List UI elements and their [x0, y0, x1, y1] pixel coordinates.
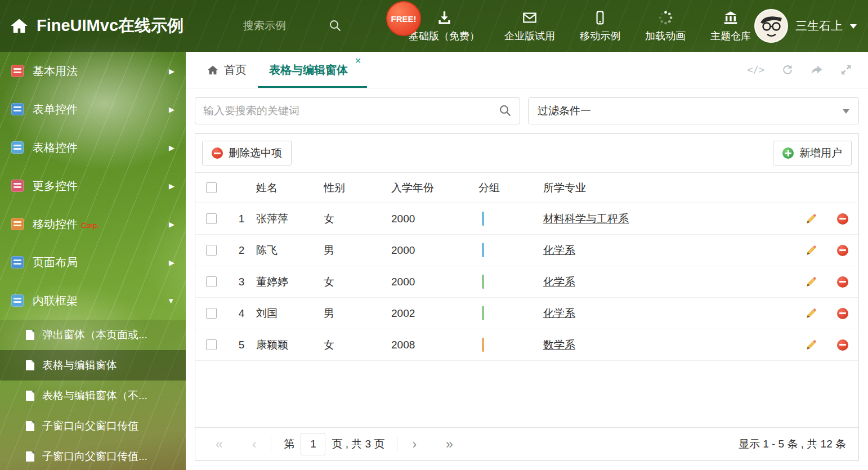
table-row: 3 董婷婷 女 2000 化学系	[195, 266, 858, 298]
tab-tools: </>	[747, 52, 868, 88]
menu-item-icon	[11, 103, 24, 115]
prev-page-button[interactable]: ‹	[238, 437, 271, 452]
last-page-button[interactable]: »	[431, 437, 468, 452]
tab-home[interactable]: 首页	[196, 52, 258, 88]
row-checkbox[interactable]	[206, 339, 217, 350]
sidebar-item[interactable]: 表格控件 ▶	[0, 128, 186, 167]
chevron-down-icon	[850, 24, 857, 32]
keyword-search-input[interactable]	[195, 105, 520, 117]
delete-button[interactable]	[827, 308, 858, 319]
edit-button[interactable]	[795, 339, 827, 351]
sidebar-subitem[interactable]: 弹出窗体（本页面或...	[0, 320, 186, 350]
row-checkbox[interactable]	[206, 213, 217, 224]
major-link[interactable]: 化学系	[543, 307, 575, 319]
page-number-input[interactable]	[301, 433, 325, 455]
major-link[interactable]: 材料科学与工程系	[543, 213, 629, 225]
edit-button[interactable]	[795, 276, 827, 288]
delete-button[interactable]	[827, 213, 858, 225]
download-icon	[437, 10, 452, 25]
app: FineUIMvc在线示例 FREE! 基础版（免费） 企业版试用	[0, 0, 868, 470]
sidebar-item[interactable]: 移动控件 Corp. ▶	[0, 205, 186, 243]
top-nav-item-loading[interactable]: 加载动画	[645, 10, 686, 43]
next-page-button[interactable]: ›	[397, 437, 431, 452]
tab-grid-edit-window[interactable]: 表格与编辑窗体	[258, 52, 367, 88]
top-nav-label: 移动示例	[580, 29, 620, 43]
row-checkbox[interactable]	[206, 276, 217, 287]
row-number: 2	[227, 244, 256, 257]
sidebar-subitem[interactable]: 子窗口向父窗口传值...	[0, 441, 186, 470]
sidebar-subitem-label: 弹出窗体（本页面或...	[42, 328, 147, 342]
sidebar-subitem[interactable]: 表格与编辑窗体	[0, 350, 186, 381]
edit-button[interactable]	[795, 213, 827, 225]
major-link[interactable]: 化学系	[543, 244, 575, 256]
brand-home-link[interactable]: FineUIMvc在线示例	[10, 0, 184, 52]
column-name: 姓名	[256, 181, 324, 195]
cell-name: 陈飞	[256, 243, 324, 258]
top-nav-item-enterprise[interactable]: 企业版试用	[504, 10, 555, 43]
top-nav-item-mobile[interactable]: 移动示例	[580, 10, 620, 43]
menu-item-icon	[11, 141, 24, 154]
filter-dropdown[interactable]: 过滤条件一	[528, 97, 859, 124]
search-filter-row: 过滤条件一	[195, 97, 859, 124]
sidebar-item[interactable]: 页面布局 ▶	[0, 243, 186, 281]
delete-button[interactable]	[827, 339, 858, 351]
menu-item-icon	[11, 294, 24, 307]
sidebar-subitem[interactable]: 表格与编辑窗体（不...	[0, 381, 186, 411]
table-row: 2 陈飞 男 2000 化学系	[195, 235, 858, 266]
row-checkbox[interactable]	[206, 245, 217, 256]
plus-circle-icon	[782, 147, 794, 159]
row-checkbox[interactable]	[206, 308, 217, 319]
top-search-input[interactable]	[242, 19, 329, 33]
top-header: FineUIMvc在线示例 FREE! 基础版（免费） 企业版试用	[0, 0, 868, 52]
cell-name: 张萍萍	[256, 212, 324, 226]
fullscreen-icon[interactable]	[840, 64, 852, 76]
page-content: 过滤条件一 删除选中项 新增用户	[186, 88, 868, 470]
select-all-checkbox[interactable]	[206, 182, 217, 193]
source-code-icon[interactable]: </>	[747, 64, 764, 75]
major-link[interactable]: 化学系	[543, 276, 575, 288]
cell-name: 董婷婷	[256, 275, 324, 289]
sidebar-subitem-label: 子窗口向父窗口传值	[42, 419, 138, 433]
add-user-label: 新增用户	[799, 146, 842, 160]
edit-button[interactable]	[795, 307, 827, 320]
menu-item-icon	[11, 180, 24, 192]
row-number: 5	[227, 339, 256, 351]
sidebar-item[interactable]: 内联框架 ▼	[0, 281, 186, 320]
sidebar-item-label: 移动控件	[33, 217, 78, 232]
refresh-icon[interactable]	[781, 64, 794, 76]
search-icon[interactable]	[499, 104, 512, 118]
top-nav: 基础版（免费） 企业版试用 移动示例	[409, 0, 751, 52]
sidebar-item-label: 更多控件	[33, 178, 78, 194]
sidebar-item[interactable]: 表单控件 ▶	[0, 90, 186, 128]
top-nav-item-themes[interactable]: 主题仓库	[710, 10, 751, 43]
first-page-button[interactable]: «	[201, 437, 238, 452]
share-icon[interactable]	[811, 64, 823, 76]
delete-button[interactable]	[827, 245, 858, 256]
major-link[interactable]: 数学系	[543, 339, 575, 351]
delete-selected-button[interactable]: 删除选中项	[202, 141, 292, 165]
sidebar-item[interactable]: 更多控件 ▶	[0, 167, 186, 205]
main-area: 首页 表格与编辑窗体 </>	[186, 52, 868, 470]
top-nav-label: 基础版（免费）	[409, 29, 480, 43]
minus-circle-icon	[837, 213, 848, 225]
chevron-icon: ▶	[169, 259, 175, 266]
sidebar-item-label: 表单控件	[33, 102, 78, 117]
add-user-button[interactable]: 新增用户	[773, 141, 852, 165]
sidebar-item[interactable]: 基本用法 ▶	[0, 52, 186, 90]
sidebar-subitem[interactable]: 子窗口向父窗口传值	[0, 411, 186, 441]
close-icon[interactable]	[355, 56, 361, 65]
cell-year: 2002	[391, 307, 478, 320]
cell-gender: 女	[324, 338, 391, 352]
page-prefix-label: 第	[284, 437, 294, 451]
cell-gender: 女	[324, 275, 391, 289]
grid-toolbar: 删除选中项 新增用户	[195, 134, 858, 172]
avatar[interactable]	[754, 9, 788, 43]
delete-button[interactable]	[827, 276, 858, 288]
sidebar-submenu: 弹出窗体（本页面或... 表格与编辑窗体 表格与编辑窗体（不... 子窗口向父窗…	[0, 320, 186, 470]
sidebar-item-label: 页面布局	[33, 255, 78, 270]
user-menu[interactable]: 三生石上	[754, 0, 857, 52]
search-icon[interactable]	[329, 19, 342, 33]
keyword-search-box	[195, 97, 520, 124]
page-icon	[26, 391, 34, 401]
edit-button[interactable]	[795, 244, 827, 257]
